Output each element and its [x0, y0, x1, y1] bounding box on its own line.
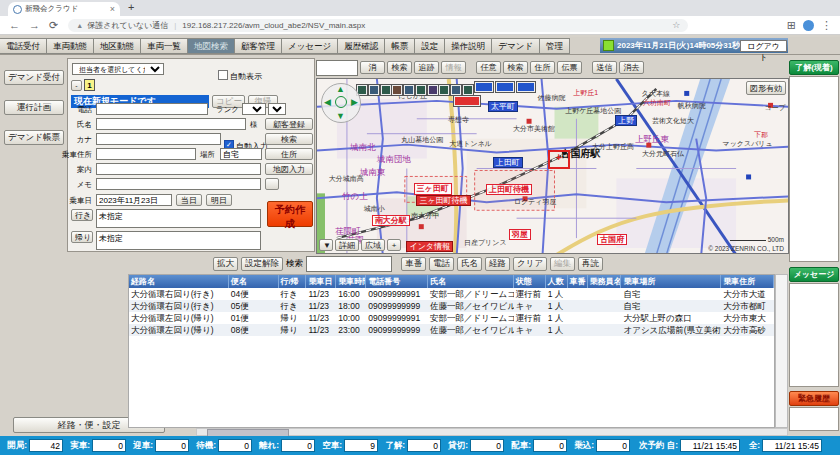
nav-tab-デマンド[interactable]: デマンド: [491, 38, 540, 54]
tomorrow-button[interactable]: 明日: [206, 194, 232, 206]
vehicle-marker[interactable]: [454, 96, 480, 106]
sidebar-button-デマンド受付[interactable]: デマンド受付: [4, 70, 64, 85]
table-search-input[interactable]: [306, 256, 392, 272]
zoom-detail-button[interactable]: 詳細: [335, 239, 359, 251]
nav-tab-帳票[interactable]: 帳票: [384, 38, 415, 54]
customer-register-button[interactable]: 顧客登録: [265, 118, 313, 130]
outbound-button[interactable]: 行き: [71, 209, 93, 221]
table-vertical-scrollbar[interactable]: [775, 274, 788, 428]
vehicle-marker[interactable]: [451, 85, 461, 95]
map-toolbar-button-住所[interactable]: 住所: [530, 61, 555, 74]
memo-input[interactable]: [96, 178, 261, 190]
table-toolbar-button-再読[interactable]: 再読: [578, 257, 603, 271]
memo-extra-button[interactable]: [265, 178, 279, 190]
vehicle-marker[interactable]: [369, 85, 379, 95]
place-input[interactable]: [220, 148, 262, 160]
extensions-icon[interactable]: ⊞: [787, 20, 796, 31]
vehicle-marker[interactable]: [517, 82, 535, 92]
name-input[interactable]: [96, 118, 246, 130]
auto-display-checkbox[interactable]: 自動表示: [218, 65, 262, 83]
shape-enable-button[interactable]: 図形有効: [746, 81, 786, 95]
map-toolbar-button-任意[interactable]: 任意: [476, 61, 501, 74]
ride-date-input[interactable]: [96, 194, 172, 206]
emergency-history-button[interactable]: 緊急履歴: [789, 391, 839, 406]
counter-minus-button[interactable]: -: [71, 80, 82, 91]
nav-tab-操作説明[interactable]: 操作説明: [444, 38, 492, 54]
column-header-行/帰[interactable]: 行/帰: [279, 275, 307, 288]
vehicle-marker[interactable]: [404, 85, 414, 95]
nav-tab-管理[interactable]: 管理: [539, 38, 570, 54]
vehicle-marker[interactable]: [463, 85, 473, 95]
rank-select[interactable]: ▼: [242, 103, 266, 115]
emergency-history-list[interactable]: [789, 407, 839, 431]
column-header-乗務員名[interactable]: 乗務員名: [588, 275, 622, 288]
bookmark-star-icon[interactable]: ☆: [672, 20, 680, 30]
nav-tab-地図検索[interactable]: 地図検索: [187, 38, 235, 54]
pan-center-icon[interactable]: [335, 96, 347, 108]
column-header-乗車時間[interactable]: 乗車時間: [336, 275, 366, 288]
column-header-便名[interactable]: 便名: [229, 275, 279, 288]
vehicle-marker[interactable]: [475, 82, 493, 92]
map-search-input[interactable]: [316, 60, 358, 76]
table-toolbar-button-氏名[interactable]: 氏名: [457, 257, 482, 271]
sidebar-button-運行計画[interactable]: 運行計画: [4, 100, 64, 115]
profile-avatar[interactable]: [803, 20, 814, 31]
phone-input[interactable]: [96, 103, 208, 115]
pan-left-icon[interactable]: ◀: [324, 98, 331, 107]
ack-arrival-button[interactable]: 了解(現着): [789, 60, 839, 75]
map-input-button[interactable]: 地図入力: [265, 163, 313, 175]
column-header-経路名[interactable]: 経路名: [129, 275, 229, 288]
vehicle-marker[interactable]: [392, 85, 402, 95]
tab-close-icon[interactable]: ×: [110, 4, 115, 14]
vehicle-marker[interactable]: [439, 85, 449, 95]
vehicle-marker[interactable]: [416, 85, 426, 95]
table-toolbar-button-クリア[interactable]: クリア: [513, 257, 547, 271]
staff-select[interactable]: 担当者を選択してください: [72, 63, 164, 75]
nav-tab-車両動態[interactable]: 車両動態: [46, 38, 94, 54]
back-icon[interactable]: ←: [9, 20, 20, 31]
pan-down-icon[interactable]: ▼: [336, 112, 345, 121]
zoom-plus-button[interactable]: +: [387, 239, 401, 251]
map-toolbar-button-追跡[interactable]: 追跡: [414, 61, 439, 74]
table-row[interactable]: 大分循環左回り(帰り)08便帰り11/2323:0009099999999佐藤一…: [129, 324, 774, 336]
map-toolbar-button-伝票[interactable]: 伝票: [557, 61, 582, 74]
pan-right-icon[interactable]: ▶: [351, 98, 358, 107]
today-button[interactable]: 当日: [176, 194, 202, 206]
logout-button[interactable]: ログアウト: [740, 40, 787, 52]
menu-kebab-icon[interactable]: ⋮: [821, 20, 832, 31]
pan-up-icon[interactable]: ▲: [336, 85, 345, 94]
address-bar[interactable]: ▲ 保護されていない通信 | 192.168.217.226/avm_cloud…: [68, 19, 688, 32]
column-header-氏名[interactable]: 氏名: [428, 275, 514, 288]
table-horizontal-scrollbar[interactable]: [196, 428, 788, 436]
nav-tab-地区動態[interactable]: 地区動態: [93, 38, 141, 54]
kana-input[interactable]: [96, 133, 221, 145]
nav-tab-顧客管理[interactable]: 顧客管理: [234, 38, 282, 54]
ack-list[interactable]: [789, 76, 839, 262]
message-history-button[interactable]: メッセージ履歴: [789, 267, 839, 282]
column-header-乗車場所[interactable]: 乗車場所: [621, 275, 721, 288]
sidebar-button-デマンド帳票[interactable]: デマンド帳票: [4, 130, 64, 145]
forward-icon[interactable]: →: [29, 20, 40, 31]
table-toolbar-button-車番[interactable]: 車番: [401, 257, 426, 271]
return-button[interactable]: 帰り: [71, 231, 93, 243]
message-history-list[interactable]: [789, 283, 839, 387]
column-header-車番[interactable]: 車番: [568, 275, 588, 288]
browser-tab[interactable]: 新飛会クラウド ×: [8, 2, 120, 16]
column-header-状態[interactable]: 状態: [514, 275, 546, 288]
map-toolbar-button-消[interactable]: 消: [360, 61, 385, 74]
map-toolbar-button-検索[interactable]: 検索: [387, 61, 412, 74]
nav-tab-設定[interactable]: 設定: [414, 38, 445, 54]
column-header-乗車住所[interactable]: 乗車住所: [721, 275, 774, 288]
map-canvas[interactable]: 城南北城南団地城南東大分城南高竹の上荏隈町花園にしが丘丸山墓地公園専想寺大道トン…: [316, 78, 789, 254]
vehicle-marker[interactable]: [496, 82, 514, 92]
table-toolbar-button-拡大[interactable]: 拡大: [213, 257, 238, 271]
boarding-address-input[interactable]: [96, 148, 196, 160]
table-toolbar-button-電話[interactable]: 電話: [429, 257, 454, 271]
map-toolbar-button-送信[interactable]: 送信: [592, 61, 617, 74]
map-layer-select[interactable]: ▼: [319, 239, 333, 251]
map-pan-compass[interactable]: ▲ ▼ ◀ ▶: [321, 83, 361, 123]
zoom-wide-button[interactable]: 広域: [361, 239, 385, 251]
table-toolbar-button-経路[interactable]: 経路: [485, 257, 510, 271]
address-button[interactable]: 住所: [265, 148, 313, 160]
guide-input[interactable]: [96, 163, 261, 175]
